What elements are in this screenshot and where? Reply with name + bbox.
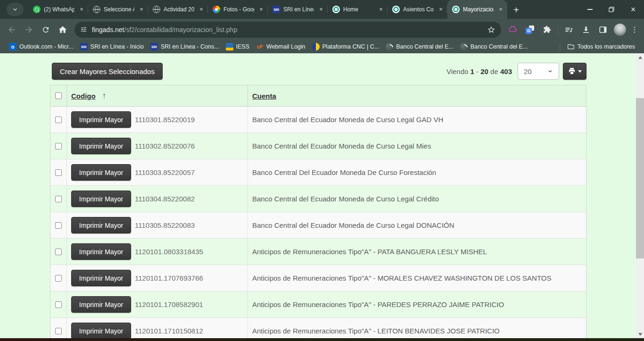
close-button[interactable]: ×	[622, 0, 644, 19]
profile-avatar[interactable]	[614, 24, 626, 36]
tab-close-icon[interactable]: ×	[377, 6, 385, 13]
sort-codigo-link[interactable]: Codigo	[71, 92, 96, 100]
media-controls-button[interactable]	[561, 22, 577, 38]
url-text: fingads.net/sf2/contabilidad/mayorizacio…	[92, 26, 482, 33]
extension-cloud-button[interactable]	[505, 22, 521, 38]
row-checkbox[interactable]	[55, 301, 62, 308]
downloads-button[interactable]	[578, 22, 594, 38]
scrollbar-thumb[interactable]	[636, 98, 644, 258]
browser-tab[interactable]: Fotos - Goog ×	[208, 0, 268, 19]
side-panel-button[interactable]	[595, 22, 611, 38]
scroll-down-icon	[638, 333, 642, 336]
bookmark-item[interactable]: SRI en Línea - Inicio	[77, 42, 147, 51]
imprimir-mayor-button[interactable]: Imprimir Mayor	[71, 243, 131, 260]
tab-search-button[interactable]	[7, 3, 24, 16]
bookmark-item[interactable]: Outlook.com - Micr...	[6, 42, 77, 51]
row-checkbox[interactable]	[55, 116, 62, 123]
chevron-down-icon	[547, 68, 553, 74]
row-checkbox[interactable]	[55, 196, 62, 202]
bookmark-item[interactable]: SRI en Línea - Cons...	[147, 42, 223, 51]
browser-tab[interactable]: SRI en Línea ×	[268, 0, 328, 19]
row-codigo: 1120101.1708582901	[135, 300, 203, 308]
row-checkbox[interactable]	[55, 328, 62, 334]
actions-row: Crear Mayores Seleccionados Viendo 1 - 2…	[52, 63, 586, 80]
bookmark-item[interactable]: Banco Central del E...	[457, 42, 531, 51]
row-codigo-cell: Imprimir Mayor 1120101.1708582901	[67, 291, 248, 317]
all-bookmarks-label: Todos los marcadores	[578, 43, 635, 50]
tab-close-icon[interactable]: ×	[257, 6, 265, 13]
imprimir-mayor-button[interactable]: Imprimir Mayor	[71, 323, 131, 338]
new-tab-button[interactable]: +	[509, 3, 523, 17]
browser-tab[interactable]: Actividad 20 ×	[148, 0, 208, 19]
bookmark-item[interactable]: IESS	[223, 42, 253, 51]
bookmarks-divider	[560, 43, 560, 50]
row-checkbox[interactable]	[55, 143, 62, 150]
tab-close-icon[interactable]: ×	[78, 6, 85, 13]
minimize-button[interactable]	[579, 0, 601, 19]
imprimir-mayor-button[interactable]: Imprimir Mayor	[71, 191, 131, 207]
home-icon	[58, 25, 67, 34]
sort-cuenta-link[interactable]: Cuenta	[252, 92, 276, 100]
browser-tab[interactable]: (2) WhatsApp ×	[28, 0, 88, 19]
print-button[interactable]	[563, 63, 586, 80]
all-bookmarks-button[interactable]: Todos los marcadores	[564, 42, 638, 51]
browser-tab[interactable]: Asientos Con ×	[388, 0, 447, 19]
row-checkbox-cell	[50, 186, 67, 212]
browser-tab[interactable]: Seleccione A ×	[88, 0, 148, 19]
tab-close-icon[interactable]: ×	[317, 6, 325, 13]
table-row: Imprimir Mayor 1120101.0803318435 Antici…	[50, 239, 586, 265]
row-checkbox-cell	[50, 239, 67, 265]
tab-close-icon[interactable]: ×	[138, 6, 145, 13]
cpanel-icon	[256, 43, 264, 50]
browser-tab[interactable]: Home ×	[328, 0, 388, 19]
back-button[interactable]	[4, 22, 20, 38]
row-checkbox[interactable]	[55, 222, 62, 229]
page-scrollbar[interactable]	[636, 53, 644, 338]
printer-icon	[568, 67, 576, 75]
scroll-up-button[interactable]	[636, 53, 644, 61]
tab-close-icon[interactable]: ×	[437, 6, 445, 13]
restore-button[interactable]	[601, 0, 622, 19]
bookmark-item[interactable]: Webmail Login	[253, 42, 308, 51]
tab-close-icon[interactable]: ×	[497, 6, 504, 13]
table-header: Codigo ↑ Cuenta	[50, 85, 586, 107]
browser-tab[interactable]: Mayorizacion ×	[447, 0, 507, 19]
row-checkbox[interactable]	[55, 169, 62, 176]
bookmark-star-icon[interactable]	[487, 25, 495, 34]
caret-down-icon	[578, 70, 582, 73]
translate-button[interactable]	[522, 22, 538, 38]
cnc-icon	[312, 43, 320, 50]
bookmark-label: Outlook.com - Micr...	[19, 43, 74, 50]
row-checkbox[interactable]	[55, 275, 62, 282]
address-bar[interactable]: fingads.net/sf2/contabilidad/mayorizacio…	[74, 22, 501, 38]
puzzle-extensions-icon	[543, 25, 551, 33]
crear-mayores-button[interactable]: Crear Mayores Seleccionados	[52, 63, 163, 80]
paging-from: 1	[471, 67, 474, 75]
extensions-button[interactable]	[539, 22, 555, 38]
translate-icon	[526, 25, 534, 34]
page-size-select[interactable]: 20	[518, 63, 559, 80]
select-all-checkbox[interactable]	[55, 92, 62, 99]
imprimir-mayor-button[interactable]: Imprimir Mayor	[71, 296, 131, 313]
row-cuenta: Anticipos de Remuneraciones Tipo"A" - MO…	[248, 265, 586, 291]
tab-close-icon[interactable]: ×	[198, 6, 205, 13]
fingads-icon	[452, 6, 460, 13]
sri-icon	[150, 43, 158, 50]
forward-button[interactable]	[21, 22, 37, 38]
bookmarks-overflow: Todos los marcadores	[560, 42, 638, 51]
site-settings-icon	[80, 26, 87, 33]
imprimir-mayor-button[interactable]: Imprimir Mayor	[71, 111, 131, 128]
browser-menu-button[interactable]: ⋮	[629, 25, 640, 34]
home-button[interactable]	[55, 22, 71, 38]
imprimir-mayor-button[interactable]: Imprimir Mayor	[71, 138, 131, 154]
media-playlist-icon	[564, 25, 574, 34]
imprimir-mayor-button[interactable]: Imprimir Mayor	[71, 217, 131, 233]
bookmark-item[interactable]: Plataforma CNC | C...	[309, 42, 383, 51]
row-checkbox[interactable]	[55, 249, 62, 255]
reload-button[interactable]	[38, 22, 54, 38]
imprimir-mayor-button[interactable]: Imprimir Mayor	[71, 270, 131, 286]
bookmark-item[interactable]: Banco Central del E...	[382, 42, 457, 51]
scroll-down-button[interactable]	[636, 330, 644, 338]
imprimir-mayor-button[interactable]: Imprimir Mayor	[71, 164, 131, 181]
row-codigo: 1120101.0803318435	[135, 248, 203, 256]
